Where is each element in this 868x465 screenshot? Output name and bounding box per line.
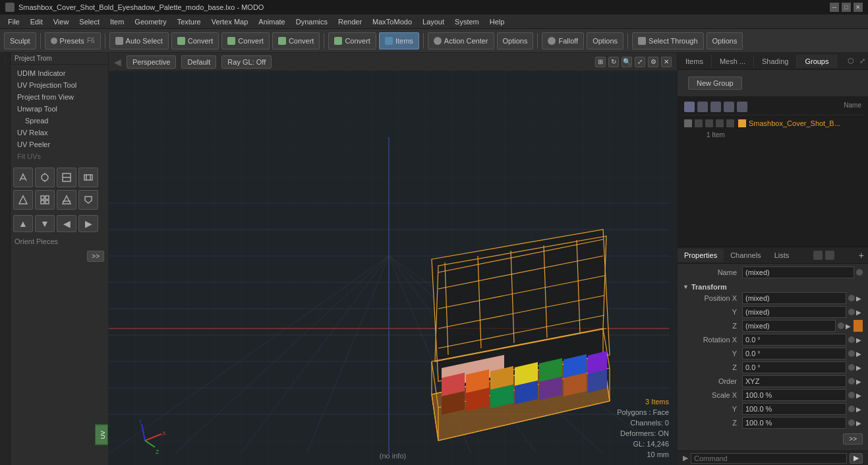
convert4-button[interactable]: Convert [328,32,376,49]
prop-scale-z-dot[interactable] [848,419,855,426]
default-button[interactable]: Default [181,55,216,69]
prop-pos-z-orange[interactable] [854,320,863,332]
tab-groups[interactable]: Groups [797,55,837,68]
viewport-refresh-icon[interactable]: ↻ [608,57,619,67]
right-panel-expand-icon[interactable]: ⬡ [845,57,857,65]
menu-view[interactable]: View [48,16,74,27]
options3-button[interactable]: Options [707,32,743,49]
viewport-close-icon[interactable]: ✕ [661,57,672,67]
prop-pos-z-arrow[interactable]: ▶ [846,323,852,329]
prop-name-value[interactable]: (mixed) [742,266,854,278]
menu-edit[interactable]: Edit [25,16,48,27]
maximize-button[interactable]: □ [842,3,851,12]
prop-scale-z-arrow[interactable]: ▶ [856,419,863,426]
command-run-button[interactable]: ▶ [850,453,863,464]
item-box1-icon[interactable] [705,119,713,127]
viewport-nav-icon[interactable]: ◀ [114,57,121,67]
tool-icon-7[interactable] [57,190,76,210]
menu-layout[interactable]: Layout [417,16,449,27]
ptab-lists[interactable]: Lists [768,249,796,262]
tool-icon-5[interactable] [13,190,33,210]
tool-icon-6[interactable] [35,190,55,210]
arrow-up[interactable]: ▲ [13,215,33,232]
prop-scale-y-value[interactable]: 100.0 % [742,403,846,415]
prop-pos-z-value[interactable]: (mixed) [742,320,836,332]
prop-name-dot[interactable] [856,269,863,276]
prop-pos-y-value[interactable]: (mixed) [742,306,846,318]
prop-order-dot[interactable] [848,378,855,385]
prop-rot-x-arrow[interactable]: ▶ [856,336,863,343]
menu-maxtomodo[interactable]: MaxToModo [367,16,417,27]
viewport-3d-canvas[interactable]: X Y Z 3 Items Polygons : Face Channels: … [109,71,677,465]
ptab-properties[interactable]: Properties [678,249,724,262]
close-button[interactable]: ✕ [854,3,863,12]
titlebar-controls[interactable]: ─ □ ✕ [830,3,863,12]
ptab-icon-settings[interactable] [813,251,823,260]
menu-help[interactable]: Help [484,16,510,27]
prop-rot-y-arrow[interactable]: ▶ [856,350,863,357]
prop-scale-y-arrow[interactable]: ▶ [856,406,863,412]
tab-mesh[interactable]: Mesh ... [712,55,754,68]
ptab-add[interactable]: + [855,250,868,261]
new-group-button[interactable]: New Group [688,77,742,90]
arrow-right[interactable]: ▶ [78,215,98,232]
viewport-expand-icon[interactable]: ⤢ [635,57,645,67]
prop-scale-x-dot[interactable] [848,392,855,398]
tab-shading[interactable]: Shading [754,55,797,68]
options1-button[interactable]: Options [497,32,534,49]
tool-project-from-view[interactable]: Project from View [13,91,105,103]
prop-scale-z-value[interactable]: 100.0 % [742,417,846,429]
menu-animate[interactable]: Animate [253,16,290,27]
prop-pos-z-dot[interactable] [838,323,844,329]
prop-pos-y-arrow[interactable]: ▶ [856,309,863,315]
command-input[interactable] [691,453,847,464]
tool-fit-uvs[interactable]: Fit UVs [13,150,105,162]
minimize-button[interactable]: ─ [830,3,839,12]
prop-pos-y-dot[interactable] [848,309,855,315]
menu-texture[interactable]: Texture [172,16,206,27]
presets-button[interactable]: Presets F6 [45,32,101,49]
action-center-button[interactable]: Action Center [428,32,494,49]
group-eye-icon[interactable] [684,102,695,112]
prop-scale-x-value[interactable]: 100.0 % [742,389,846,401]
uv-button[interactable]: UV [95,425,108,445]
menu-select[interactable]: Select [74,16,105,27]
group-box2-icon[interactable] [724,102,734,112]
menu-render[interactable]: Render [333,16,367,27]
expand-button[interactable]: >> [87,251,104,262]
falloff-button[interactable]: Falloff [542,32,584,49]
perspective-button[interactable]: Perspective [127,55,176,69]
group-settings-icon[interactable] [737,102,747,112]
prop-rot-z-arrow[interactable]: ▶ [856,364,863,371]
tool-icon-3[interactable] [57,168,76,187]
menu-vertex-map[interactable]: Vertex Map [206,16,254,27]
prop-rot-z-dot[interactable] [848,364,855,371]
items-button[interactable]: Items [379,32,419,49]
prop-pos-x-dot[interactable] [848,295,855,301]
auto-select-button[interactable]: Auto Select [109,32,169,49]
ptab-channels[interactable]: Channels [724,249,767,262]
convert3-button[interactable]: Convert [272,32,320,49]
menu-system[interactable]: System [449,16,484,27]
menu-geometry[interactable]: Geometry [129,16,171,27]
menu-file[interactable]: File [3,16,25,27]
tool-icon-8[interactable] [78,190,98,210]
menu-item[interactable]: Item [105,16,129,27]
group-box1-icon[interactable] [710,102,721,112]
tool-udim[interactable]: UDIM Indicator [13,67,105,79]
tool-unwrap[interactable]: Unwrap Tool [13,103,105,115]
menu-dynamics[interactable]: Dynamics [291,16,333,27]
prop-rot-z-value[interactable]: 0.0 ° [742,361,846,373]
prop-rot-y-value[interactable]: 0.0 ° [742,348,846,359]
viewport-settings-icon[interactable]: ⚙ [648,57,658,67]
group-lock-icon[interactable] [697,102,708,112]
convert1-button[interactable]: Convert [171,32,219,49]
viewport-camera-icon[interactable]: ⊞ [595,57,606,67]
prop-order-arrow[interactable]: ▶ [856,378,863,385]
prop-pos-x-arrow[interactable]: ▶ [856,295,863,301]
viewport-search-icon[interactable]: 🔍 [622,57,632,67]
tool-icon-1[interactable] [13,168,33,187]
item-eye-icon[interactable] [684,119,692,127]
tool-uv-relax[interactable]: UV Relax [13,127,105,139]
item-lock-icon[interactable] [695,119,703,127]
